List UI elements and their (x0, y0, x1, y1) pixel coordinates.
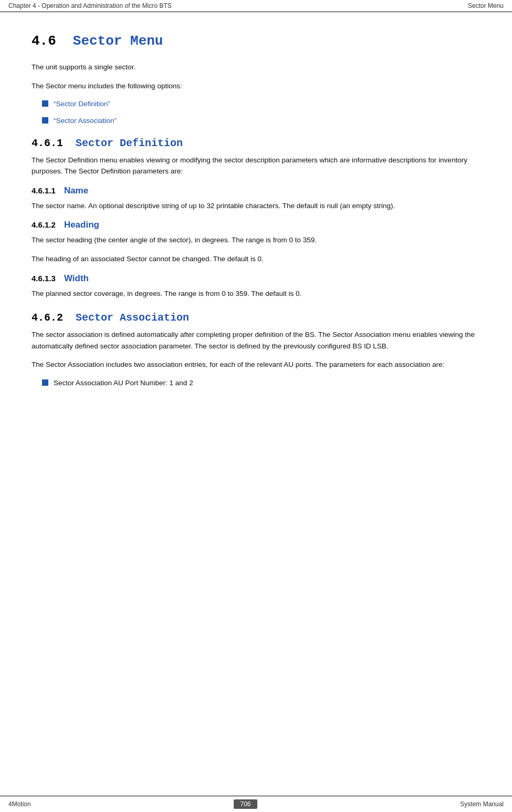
bullet-text-1: “Sector Definition” (54, 99, 110, 109)
bullet-text-462-1: Sector Association AU Port Number: 1 and… (54, 378, 193, 388)
page-footer: 4Motion 706 System Manual (0, 796, 512, 812)
section-4613-heading: 4.6.1.3 Width (32, 273, 480, 284)
section-4611-heading: 4.6.1.1 Name (32, 186, 480, 196)
section-4612-num: 4.6.1.2 (32, 220, 56, 229)
bullet-item-1: “Sector Definition” (42, 99, 480, 109)
section-46-bullets: “Sector Definition” “Sector Association” (42, 99, 480, 127)
bullet-item-462-1: Sector Association AU Port Number: 1 and… (42, 378, 480, 388)
section-4611-label: Name (64, 186, 88, 196)
section-4611-body: The sector name. An optional descriptive… (32, 200, 480, 212)
header-left: Chapter 4 - Operation and Administration… (8, 2, 172, 9)
section-46-num: 4.6 (32, 33, 56, 49)
section-4612-body2: The heading of an associated Sector cann… (32, 253, 480, 265)
section-461-label: Sector Definition (76, 137, 183, 149)
main-content: 4.6 Sector Menu The unit supports a sing… (0, 12, 512, 426)
section-462-heading: 4.6.2 Sector Association (32, 312, 480, 324)
section-461-num: 4.6.1 (32, 137, 63, 149)
footer-page: 706 (234, 799, 257, 809)
footer-left: 4Motion (8, 800, 31, 808)
bullet-text-2: “Sector Association” (54, 116, 117, 126)
section-4613-num: 4.6.1.3 (32, 274, 56, 283)
header-right: Sector Menu (468, 2, 504, 9)
section-461-body: The Sector Definition menu enables viewi… (32, 155, 480, 177)
section-462-label: Sector Association (76, 312, 189, 324)
section-4612-heading: 4.6.1.2 Heading (32, 220, 480, 230)
section-4611-num: 4.6.1.1 (32, 186, 56, 195)
section-46-intro1: The unit supports a single sector. (32, 61, 480, 73)
footer-right: System Manual (460, 800, 504, 808)
section-46-heading: 4.6 Sector Menu (32, 33, 480, 49)
bullet-item-2: “Sector Association” (42, 116, 480, 126)
section-4612-body1: The sector heading (the center angle of … (32, 234, 480, 246)
section-46-label: Sector Menu (73, 33, 163, 49)
section-4613-body: The planned sector coverage, in degrees.… (32, 288, 480, 300)
section-462-body2: The Sector Association includes two asso… (32, 359, 480, 371)
section-461-heading: 4.6.1 Sector Definition (32, 137, 480, 149)
section-462-body1: The sector association is defined automa… (32, 329, 480, 352)
bullet-icon-2 (42, 117, 48, 124)
section-462-num: 4.6.2 (32, 312, 63, 324)
section-4612-label: Heading (64, 220, 99, 230)
bullet-icon-462-1 (42, 379, 48, 386)
section-46-intro2: The Sector menu includes the following o… (32, 80, 480, 92)
page-header: Chapter 4 - Operation and Administration… (0, 0, 512, 12)
section-462-bullets: Sector Association AU Port Number: 1 and… (42, 378, 480, 388)
bullet-icon-1 (42, 100, 48, 107)
section-4613-label: Width (64, 273, 89, 284)
